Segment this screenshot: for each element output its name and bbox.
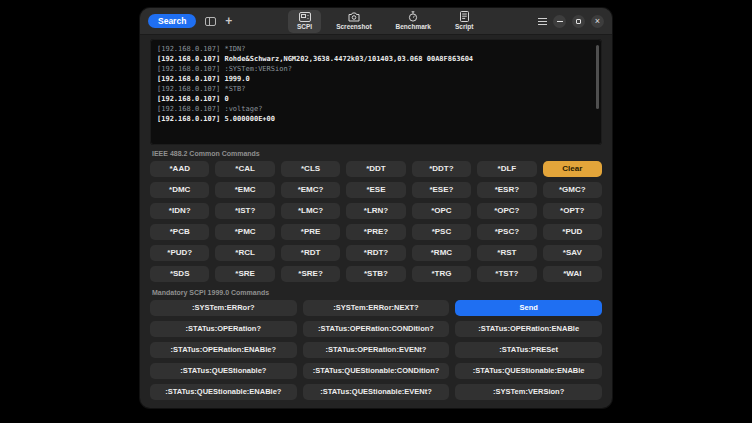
command-button[interactable]: *RMC — [412, 245, 471, 261]
command-button[interactable]: *DLF — [477, 161, 536, 177]
terminal-line: [192.168.0.107] :voltage? — [157, 104, 595, 114]
command-button[interactable]: :STATus:QUEStionable:ENABle — [455, 363, 602, 379]
command-button[interactable]: *OPC? — [477, 203, 536, 219]
tab-bar: SCPI Screenshot — [288, 10, 482, 33]
command-button[interactable]: *PRE — [281, 224, 340, 240]
clear-button[interactable]: Clear — [543, 161, 602, 177]
command-button[interactable]: *GMC? — [543, 182, 602, 198]
minimize-button[interactable] — [553, 15, 566, 28]
command-button[interactable]: *PCB — [150, 224, 209, 240]
command-button[interactable]: *LMC? — [281, 203, 340, 219]
terminal-line: [192.168.0.107] Rohde&Schwarz,NGM202,363… — [157, 54, 595, 64]
tab-label: Benchmark — [396, 23, 431, 30]
command-button[interactable]: *CAL — [215, 161, 274, 177]
command-button[interactable]: *IDN? — [150, 203, 209, 219]
command-button[interactable]: *WAI — [543, 266, 602, 282]
terminal-line: [192.168.0.107] :SYSTem:VERSion? — [157, 64, 595, 74]
command-button[interactable]: *PMC — [215, 224, 274, 240]
titlebar: Search + SCPI — [140, 8, 612, 35]
new-tab-button[interactable]: + — [225, 16, 232, 26]
command-button[interactable]: *SRE — [215, 266, 274, 282]
command-button[interactable]: *OPC — [412, 203, 471, 219]
titlebar-left-group: Search + — [148, 14, 232, 29]
stopwatch-icon — [408, 12, 418, 22]
command-button[interactable]: :SYSTem:ERRor:NEXT? — [303, 300, 450, 316]
mandatory-command-grid: :SYSTem:ERRor?:SYSTem:ERRor:NEXT?Send:ST… — [150, 300, 602, 400]
tab-script[interactable]: Script — [446, 10, 482, 33]
tab-scpi[interactable]: SCPI — [288, 10, 321, 33]
menu-icon[interactable] — [538, 18, 547, 25]
terminal-line: [192.168.0.107] *STB? — [157, 84, 595, 94]
command-button[interactable]: *STB? — [346, 266, 405, 282]
desktop-background: Search + SCPI — [0, 0, 752, 423]
command-button[interactable]: *ESR? — [477, 182, 536, 198]
command-button[interactable]: *EMC? — [281, 182, 340, 198]
search-button[interactable]: Search — [148, 14, 196, 29]
command-button[interactable]: *RST — [477, 245, 536, 261]
terminal-lines: [192.168.0.107] *IDN?[192.168.0.107] Roh… — [157, 44, 595, 124]
command-button[interactable]: *SAV — [543, 245, 602, 261]
close-button[interactable]: × — [591, 15, 604, 28]
command-button[interactable]: *PUD — [543, 224, 602, 240]
tab-screenshot[interactable]: Screenshot — [327, 10, 380, 33]
command-button[interactable]: *IST? — [215, 203, 274, 219]
command-button[interactable]: *PRE? — [346, 224, 405, 240]
terminal-line: [192.168.0.107] 5.000000E+00 — [157, 114, 595, 124]
command-button[interactable]: :STATus:OPERation:EVENt? — [303, 342, 450, 358]
terminal-line: [192.168.0.107] 1999.0 — [157, 74, 595, 84]
terminal-log: [192.168.0.107] *IDN?[192.168.0.107] Roh… — [150, 39, 602, 145]
send-button[interactable]: Send — [455, 300, 602, 316]
command-button[interactable]: *ESE — [346, 182, 405, 198]
command-button[interactable]: :STATus:PRESet — [455, 342, 602, 358]
app-window: Search + SCPI — [140, 8, 612, 408]
command-button[interactable]: :STATus:QUEStionable:EVENt? — [303, 384, 450, 400]
terminal-line: [192.168.0.107] *IDN? — [157, 44, 595, 54]
command-button[interactable]: *RDT — [281, 245, 340, 261]
command-button[interactable]: *ESE? — [412, 182, 471, 198]
command-button[interactable]: *PUD? — [150, 245, 209, 261]
terminal-line: [192.168.0.107] 0 — [157, 94, 595, 104]
command-button[interactable]: :SYSTem:ERRor? — [150, 300, 297, 316]
script-document-icon — [460, 12, 469, 22]
command-button[interactable]: *DDT? — [412, 161, 471, 177]
command-button[interactable]: *SRE? — [281, 266, 340, 282]
ieee-section-label: IEEE 488.2 Common Commands — [152, 149, 600, 158]
command-button[interactable]: :STATus:OPERation:ENABle — [455, 321, 602, 337]
command-button[interactable]: *DMC — [150, 182, 209, 198]
command-button[interactable]: *TRG — [412, 266, 471, 282]
window-controls: × — [538, 15, 604, 28]
command-button[interactable]: *SDS — [150, 266, 209, 282]
command-button[interactable]: *CLS — [281, 161, 340, 177]
command-button[interactable]: *EMC — [215, 182, 274, 198]
scpi-instrument-icon — [299, 12, 311, 22]
command-button[interactable]: :STATus:QUEStionable:ENABle? — [150, 384, 297, 400]
command-button[interactable]: :STATus:QUEStionable? — [150, 363, 297, 379]
command-button[interactable]: *OPT? — [543, 203, 602, 219]
tab-label: Screenshot — [336, 23, 371, 30]
command-button[interactable]: *RCL — [215, 245, 274, 261]
tab-label: SCPI — [297, 23, 312, 30]
tab-label: Script — [455, 23, 473, 30]
command-button[interactable]: :STATus:OPERation:CONDition? — [303, 321, 450, 337]
sidebar-toggle-icon[interactable] — [205, 17, 216, 26]
command-button[interactable]: *PSC — [412, 224, 471, 240]
command-button[interactable]: *TST? — [477, 266, 536, 282]
command-button[interactable]: :STATus:OPERation? — [150, 321, 297, 337]
command-button[interactable]: *AAD — [150, 161, 209, 177]
command-button[interactable]: *LRN? — [346, 203, 405, 219]
camera-icon — [348, 12, 360, 22]
command-button[interactable]: *DDT — [346, 161, 405, 177]
mandatory-section-label: Mandatory SCPI 1999.0 Commands — [152, 288, 600, 297]
maximize-button[interactable] — [572, 15, 585, 28]
command-button[interactable]: :STATus:QUEStionable:CONDition? — [303, 363, 450, 379]
ieee-command-grid: *AAD*CAL*CLS*DDT*DDT?*DLFClear*DMC*EMC*E… — [150, 161, 602, 282]
tab-benchmark[interactable]: Benchmark — [387, 10, 440, 33]
command-button[interactable]: :STATus:OPERation:ENABle? — [150, 342, 297, 358]
command-button[interactable]: :SYSTem:VERSion? — [455, 384, 602, 400]
terminal-scrollbar[interactable] — [596, 45, 599, 109]
command-button[interactable]: *RDT? — [346, 245, 405, 261]
command-button[interactable]: *PSC? — [477, 224, 536, 240]
